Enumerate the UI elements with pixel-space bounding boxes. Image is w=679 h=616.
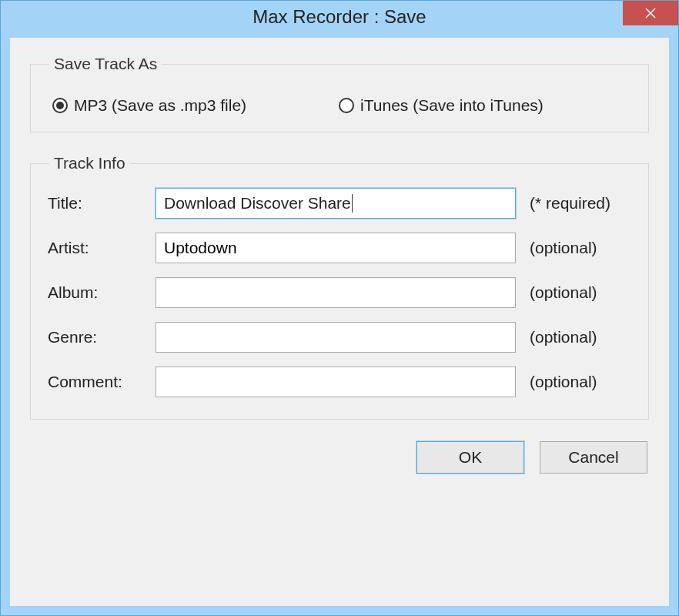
client-area: Save Track As MP3 (Save as .mp3 file) iT…: [10, 38, 669, 606]
label-genre: Genre:: [48, 328, 156, 346]
row-artist: Artist: (optional): [48, 233, 631, 263]
radio-icon: [52, 98, 68, 113]
radio-dot-icon: [56, 102, 64, 109]
close-button[interactable]: [623, 1, 678, 25]
save-track-as-legend: Save Track As: [49, 55, 162, 73]
radio-row: MP3 (Save as .mp3 file) iTunes (Save int…: [48, 89, 631, 115]
close-icon: [645, 8, 656, 18]
radio-mp3-label: MP3 (Save as .mp3 file): [74, 96, 246, 115]
button-row: OK Cancel: [30, 441, 649, 474]
hint-comment: (optional): [516, 373, 631, 391]
label-album: Album:: [48, 283, 156, 302]
radio-icon: [339, 98, 354, 113]
radio-itunes-label: iTunes (Save into iTunes): [360, 96, 544, 115]
radio-mp3[interactable]: MP3 (Save as .mp3 file): [52, 96, 246, 115]
radio-itunes[interactable]: iTunes (Save into iTunes): [339, 96, 544, 115]
artist-field[interactable]: [156, 233, 516, 263]
hint-genre: (optional): [516, 328, 631, 346]
track-info-legend: Track Info: [49, 154, 130, 172]
album-field[interactable]: [156, 277, 516, 308]
genre-field[interactable]: [156, 322, 516, 353]
hint-album: (optional): [516, 283, 631, 302]
label-artist: Artist:: [48, 239, 156, 257]
titlebar[interactable]: Max Recorder : Save: [1, 1, 678, 33]
window-title: Max Recorder : Save: [253, 6, 426, 28]
title-field[interactable]: [156, 188, 516, 219]
label-comment: Comment:: [48, 373, 156, 391]
row-album: Album: (optional): [48, 277, 631, 308]
dialog-window: Max Recorder : Save Save Track As MP3 (S…: [0, 0, 679, 616]
label-title: Title:: [48, 194, 156, 213]
ok-button[interactable]: OK: [416, 441, 524, 474]
track-info-group: Track Info Title: Download Discover Shar…: [30, 154, 649, 420]
save-track-as-group: Save Track As MP3 (Save as .mp3 file) iT…: [30, 55, 649, 132]
row-title: Title: Download Discover Share (* requir…: [48, 188, 631, 219]
hint-artist: (optional): [516, 239, 631, 257]
comment-field[interactable]: [156, 367, 516, 397]
row-comment: Comment: (optional): [48, 367, 631, 397]
hint-title: (* required): [516, 194, 631, 213]
row-genre: Genre: (optional): [48, 322, 631, 353]
cancel-button[interactable]: Cancel: [540, 441, 647, 474]
